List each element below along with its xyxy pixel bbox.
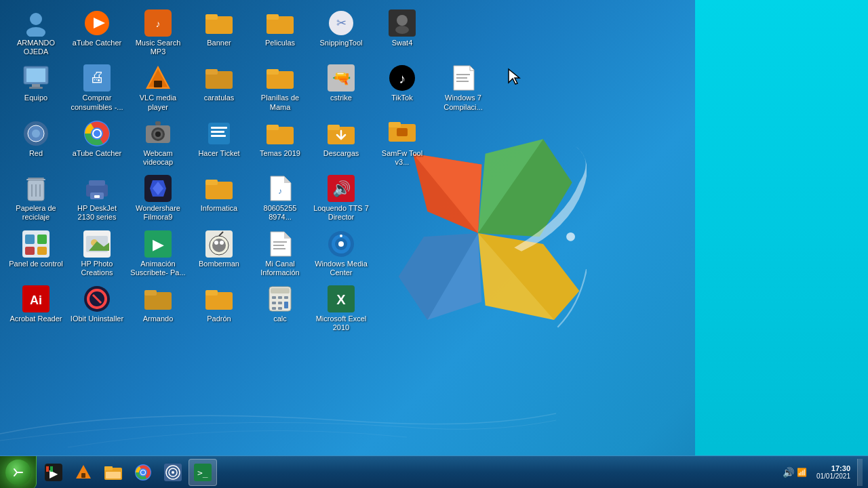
taskbar-vlc[interactable] bbox=[69, 459, 98, 486]
svg-rect-122 bbox=[278, 296, 282, 299]
icon-acrobat[interactable]: Ai Acrobat Reader bbox=[5, 281, 66, 336]
icon-banner[interactable]: Banner bbox=[189, 5, 250, 60]
comprar-icon: 🖨 bbox=[83, 64, 111, 92]
icon-descargas[interactable]: Descargas bbox=[311, 116, 372, 171]
taskbar-cmd[interactable]: >_ bbox=[189, 459, 217, 486]
icon-peliculas[interactable]: Peliculas bbox=[250, 5, 311, 60]
icon-canal[interactable]: Mi Canal Información bbox=[250, 226, 311, 281]
icon-armandofolder[interactable]: Armando bbox=[127, 281, 189, 336]
svg-rect-138 bbox=[81, 473, 85, 478]
svg-rect-135 bbox=[46, 466, 49, 472]
armando-icon bbox=[22, 9, 50, 37]
icon-papelera[interactable]: Papelera de reciclaje bbox=[5, 171, 66, 226]
svg-rect-38 bbox=[456, 77, 467, 79]
svg-rect-72 bbox=[94, 195, 100, 198]
icon-vlc[interactable]: VLC media player bbox=[127, 60, 189, 115]
bomberman-label: Bomberman bbox=[199, 260, 239, 268]
svg-rect-118 bbox=[205, 290, 218, 296]
equipo-label: Equipo bbox=[24, 94, 47, 102]
comprar-label: Comprar consumibles -... bbox=[69, 94, 125, 111]
banner-label: Banner bbox=[207, 39, 231, 47]
svg-point-1 bbox=[30, 13, 42, 25]
icon-hpphoto[interactable]: HP Photo Creations bbox=[66, 226, 127, 281]
icon-caratulas[interactable]: caratulas bbox=[189, 60, 250, 115]
icon-hp[interactable]: HP DeskJet 2130 series bbox=[66, 171, 127, 226]
svg-point-96 bbox=[212, 239, 226, 252]
svg-rect-52 bbox=[208, 123, 230, 144]
svg-text:▶: ▶ bbox=[153, 236, 164, 253]
icon-planillas[interactable]: Planillas de Mama bbox=[250, 60, 311, 115]
icon-iobit[interactable]: IObit Uninstaller bbox=[66, 281, 127, 336]
icon-wondershare[interactable]: Wondershare Filmora9 bbox=[127, 171, 189, 226]
icon-hacer[interactable]: Hacer Ticket bbox=[189, 116, 250, 171]
taskbar: ▶ bbox=[0, 455, 868, 488]
tray-network[interactable]: 📶 bbox=[797, 468, 807, 477]
icon-samfw[interactable]: SamFw Tool v3... bbox=[372, 116, 433, 171]
armando-label: ARMANDO OJEDA bbox=[8, 39, 64, 56]
icon-audio[interactable]: ♪ 80605255 8974... bbox=[250, 171, 311, 226]
icon-cstrike[interactable]: 🔫 cstrike bbox=[311, 60, 372, 115]
wmc-label: Windows Media Center bbox=[313, 260, 369, 277]
icon-temas[interactable]: Temas 2019 bbox=[250, 116, 311, 171]
icon-calc[interactable]: calc bbox=[250, 281, 311, 336]
icon-informatica[interactable]: Informatica bbox=[189, 171, 250, 226]
icon-armando[interactable]: ARMANDO OJEDA bbox=[5, 5, 66, 60]
papelera-icon bbox=[22, 175, 50, 202]
svg-rect-128 bbox=[278, 307, 282, 310]
icon-panel[interactable]: Panel de control bbox=[5, 226, 66, 281]
padron-label: Padrón bbox=[207, 314, 231, 323]
iobit-label: IObit Uninstaller bbox=[71, 314, 123, 323]
svg-rect-10 bbox=[267, 14, 279, 20]
taskbar-chrome[interactable] bbox=[129, 459, 157, 486]
icon-row-2: Equipo 🖨 Comprar consumibles -... bbox=[5, 60, 551, 115]
icon-music[interactable]: ♪ Music Search MP3 bbox=[127, 5, 189, 60]
svg-text:>_: >_ bbox=[197, 468, 208, 478]
taskbar-network[interactable] bbox=[159, 459, 187, 486]
clock-display[interactable]: 17:30 01/01/2021 bbox=[812, 462, 854, 483]
svg-marker-131 bbox=[509, 69, 519, 84]
snipping-label: SnippingTool bbox=[320, 39, 363, 47]
svg-point-149 bbox=[172, 471, 174, 474]
excel-label: Microsoft Excel 2010 bbox=[313, 314, 369, 332]
icon-chrome[interactable]: aTube Catcher bbox=[66, 116, 127, 171]
icon-padron[interactable]: Padrón bbox=[189, 281, 250, 336]
chrome-icon bbox=[83, 120, 111, 147]
informatica-folder-icon bbox=[205, 175, 233, 202]
taskbar-mediaplayer[interactable]: ▶ bbox=[39, 459, 68, 486]
icon-row-1: ARMANDO OJEDA aTube Catcher ♪ bbox=[5, 5, 551, 60]
swat4-label: Swat4 bbox=[392, 39, 413, 47]
cstrike-icon: 🔫 bbox=[328, 64, 355, 92]
descargas-folder-icon bbox=[328, 120, 355, 147]
icon-loquendo[interactable]: 🔊 Loquendo TTS 7 Director bbox=[311, 171, 372, 226]
atube-label: aTube Catcher bbox=[73, 39, 121, 47]
svg-point-98 bbox=[214, 241, 218, 245]
start-button[interactable] bbox=[0, 456, 37, 489]
clock-date: 01/01/2021 bbox=[816, 472, 850, 480]
tray-volume[interactable]: 🔊 bbox=[783, 467, 794, 478]
icon-excel[interactable]: X Microsoft Excel 2010 bbox=[311, 281, 372, 336]
icon-equipo[interactable]: Equipo bbox=[5, 60, 66, 115]
snipping-icon: ✂ bbox=[328, 9, 355, 37]
icon-wmc[interactable]: Windows Media Center bbox=[311, 226, 372, 281]
svg-rect-121 bbox=[272, 296, 276, 299]
loquendo-icon: 🔊 bbox=[328, 175, 355, 202]
icon-win7[interactable]: Windows 7 Compilaci... bbox=[433, 60, 494, 115]
icon-animacion[interactable]: ▶ Animación Suscribete- Pa... bbox=[127, 226, 189, 281]
show-desktop-button[interactable] bbox=[857, 459, 863, 486]
icon-bomberman[interactable]: Bomberman bbox=[189, 226, 250, 281]
taskbar-explorer[interactable] bbox=[99, 459, 127, 486]
svg-rect-141 bbox=[106, 472, 121, 479]
icon-snipping[interactable]: ✂ SnippingTool bbox=[311, 5, 372, 60]
icon-swat4[interactable]: Swat4 bbox=[372, 5, 433, 60]
icon-tiktok[interactable]: ♪ TikTok bbox=[372, 60, 433, 115]
armandofolder-icon bbox=[144, 285, 172, 312]
icon-red[interactable]: Red bbox=[5, 116, 66, 171]
icon-atube[interactable]: aTube Catcher bbox=[66, 5, 127, 60]
svg-rect-123 bbox=[284, 296, 288, 299]
icon-webcam[interactable]: Webcam videocap bbox=[127, 116, 189, 171]
svg-rect-29 bbox=[267, 69, 279, 75]
icon-comprar[interactable]: 🖨 Comprar consumibles -... bbox=[66, 60, 127, 115]
svg-rect-19 bbox=[29, 87, 43, 89]
svg-point-14 bbox=[397, 15, 408, 26]
peliculas-folder-icon bbox=[267, 9, 294, 37]
